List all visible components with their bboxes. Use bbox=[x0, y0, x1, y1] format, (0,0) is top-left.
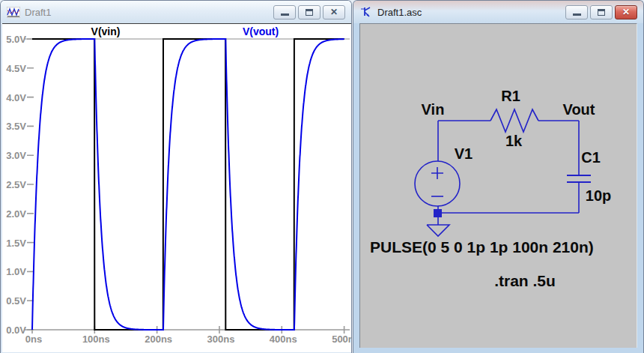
y-tick-label: 0.5V bbox=[2, 295, 26, 307]
minimize-button[interactable] bbox=[565, 5, 588, 19]
schematic-window-title: Draft1.asc bbox=[377, 7, 565, 18]
x-tick-label: 200ns bbox=[141, 334, 177, 345]
pulse-directive-label[interactable]: PULSE(0 5 0 1p 1p 100n 210n) bbox=[370, 239, 594, 255]
resistor-value-label[interactable]: 1k bbox=[505, 133, 522, 148]
restore-icon bbox=[306, 9, 313, 16]
restore-button[interactable] bbox=[590, 5, 613, 19]
y-tick-label: 4.0V bbox=[2, 92, 26, 103]
restore-button[interactable] bbox=[298, 5, 321, 19]
y-tick-label: 3.5V bbox=[2, 121, 26, 132]
schematic-app-icon[interactable] bbox=[359, 7, 373, 18]
close-button[interactable] bbox=[323, 5, 345, 19]
schematic-window: Draft1.asc Vin R1 Vout 1k V1 C1 10p PULS… bbox=[353, 0, 644, 353]
y-tick-label: 1.0V bbox=[2, 266, 26, 277]
close-icon bbox=[330, 7, 338, 16]
schematic-titlebar[interactable]: Draft1.asc bbox=[353, 1, 643, 23]
close-icon bbox=[622, 7, 630, 16]
x-tick-label: 0ns bbox=[16, 334, 52, 345]
minimize-icon bbox=[573, 13, 581, 16]
x-tick-label: 400ns bbox=[265, 334, 301, 345]
schematic-canvas[interactable]: Vin R1 Vout 1k V1 C1 10p PULSE(0 5 0 1p … bbox=[359, 23, 637, 348]
x-tick-label: 300ns bbox=[203, 334, 239, 345]
circuit-drawing bbox=[360, 24, 637, 348]
source-ref-label[interactable]: V1 bbox=[455, 146, 473, 161]
y-tick-label: 3.0V bbox=[2, 150, 26, 161]
minimize-icon bbox=[281, 13, 289, 16]
x-tick-label: 500ns bbox=[328, 334, 351, 345]
waveform-window: Draft1 V(vin) V(vout) 5.0V4.5V4.0V3.5V3.… bbox=[0, 0, 352, 353]
net-label-vin[interactable]: Vin bbox=[422, 102, 445, 117]
y-tick-label: 2.0V bbox=[2, 208, 26, 220]
capacitor-value-label[interactable]: 10p bbox=[586, 188, 611, 203]
waveform-app-icon[interactable] bbox=[7, 7, 20, 18]
waveform-plot-area[interactable]: V(vin) V(vout) 5.0V4.5V4.0V3.5V3.0V2.5V2… bbox=[2, 23, 351, 352]
waveform-traces bbox=[2, 24, 351, 352]
y-tick-label: 5.0V bbox=[2, 34, 26, 45]
desktop: Draft1 V(vin) V(vout) 5.0V4.5V4.0V3.5V3.… bbox=[0, 0, 644, 353]
tran-directive-label[interactable]: .tran .5u bbox=[494, 273, 556, 289]
x-tick-label: 100ns bbox=[78, 334, 114, 345]
capacitor-ref-label[interactable]: C1 bbox=[581, 150, 601, 165]
resistor-ref-label[interactable]: R1 bbox=[501, 88, 520, 103]
net-label-vout[interactable]: Vout bbox=[563, 102, 595, 117]
y-tick-label: 4.5V bbox=[2, 63, 26, 74]
y-tick-label: 1.5V bbox=[2, 238, 26, 249]
y-tick-label: 2.5V bbox=[2, 179, 26, 190]
restore-icon bbox=[598, 9, 605, 16]
waveform-titlebar[interactable]: Draft1 bbox=[1, 1, 351, 23]
close-button[interactable] bbox=[615, 5, 637, 19]
legend-vin: V(vin) bbox=[79, 25, 132, 37]
legend-vout: V(vout) bbox=[234, 25, 287, 37]
minimize-button[interactable] bbox=[273, 5, 296, 19]
waveform-window-title: Draft1 bbox=[25, 7, 273, 18]
